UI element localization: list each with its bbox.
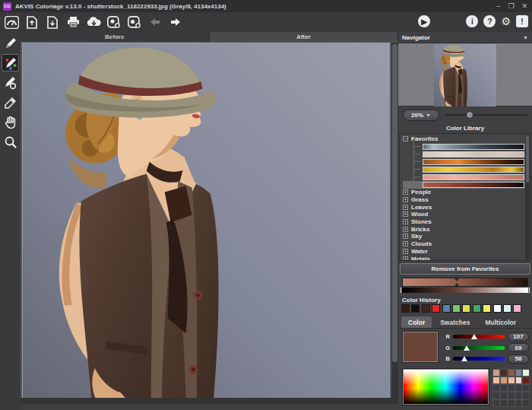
help-icon[interactable]: ? bbox=[483, 15, 496, 27]
close-button[interactable]: ✕ bbox=[521, 2, 527, 10]
image-canvas[interactable] bbox=[21, 42, 398, 404]
blue-value[interactable]: 58 bbox=[508, 354, 529, 364]
history-swatch[interactable] bbox=[483, 304, 491, 313]
favorite-gradient[interactable] bbox=[403, 166, 524, 173]
print-icon[interactable] bbox=[65, 15, 81, 29]
navigator-thumbnail[interactable] bbox=[434, 44, 496, 106]
green-value[interactable]: 69 bbox=[508, 343, 529, 352]
grid-swatch[interactable] bbox=[522, 377, 530, 384]
preferences-gear-icon[interactable]: ⚙ bbox=[501, 15, 511, 27]
save-strokes-icon[interactable] bbox=[127, 15, 142, 29]
grid-swatch-empty[interactable] bbox=[515, 399, 523, 407]
load-strokes-icon[interactable] bbox=[106, 15, 122, 29]
favorite-gradient[interactable] bbox=[403, 151, 524, 158]
eyedropper-tool-icon[interactable] bbox=[2, 94, 19, 111]
grid-swatch[interactable] bbox=[492, 369, 500, 377]
zoom-level-dropdown[interactable]: 20% ▼ bbox=[403, 110, 439, 121]
grid-swatch-empty[interactable] bbox=[500, 384, 508, 392]
expand-icon[interactable]: + bbox=[403, 256, 408, 261]
green-slider[interactable] bbox=[453, 346, 505, 350]
tree-item-bricks[interactable]: +Bricks bbox=[403, 225, 524, 233]
maximize-button[interactable]: ❒ bbox=[508, 2, 514, 10]
gradient-marker-bottom[interactable] bbox=[454, 283, 459, 286]
tree-item-stones[interactable]: +Stones bbox=[403, 218, 524, 226]
grid-swatch-empty[interactable] bbox=[492, 392, 500, 399]
remove-from-favorites-button[interactable]: Remove from Favorites bbox=[400, 263, 530, 275]
workspace-gauge-icon[interactable] bbox=[4, 15, 19, 29]
grid-swatch[interactable] bbox=[515, 369, 523, 377]
grid-swatch-empty[interactable] bbox=[508, 392, 515, 399]
expand-icon[interactable]: + bbox=[403, 189, 408, 195]
expand-icon[interactable]: + bbox=[403, 227, 408, 232]
tree-item-leaves[interactable]: +Leaves bbox=[403, 203, 524, 211]
current-color-swatch[interactable] bbox=[403, 332, 438, 362]
grid-swatch-empty[interactable] bbox=[492, 384, 500, 392]
ramp-right-handle[interactable] bbox=[528, 287, 530, 294]
grid-swatch-empty[interactable] bbox=[500, 399, 508, 407]
tree-item-people[interactable]: +People bbox=[403, 189, 524, 196]
zoom-slider-knob[interactable] bbox=[466, 111, 473, 119]
history-swatch[interactable] bbox=[493, 304, 502, 313]
history-swatch[interactable] bbox=[432, 304, 440, 313]
canvas-horizontal-scrollbar[interactable] bbox=[21, 398, 398, 404]
history-swatch[interactable] bbox=[473, 304, 481, 313]
grid-swatch-empty[interactable] bbox=[522, 384, 530, 392]
history-swatch[interactable] bbox=[513, 304, 521, 313]
share-cloud-icon[interactable] bbox=[86, 15, 101, 29]
grid-swatch[interactable] bbox=[515, 377, 523, 384]
grid-swatch-empty[interactable] bbox=[515, 392, 523, 399]
tree-item-metals[interactable]: +Metals bbox=[403, 255, 524, 261]
tab-multicolor[interactable]: Multicolor bbox=[478, 316, 523, 328]
tab-swatches[interactable]: Swatches bbox=[433, 316, 477, 328]
history-swatch[interactable] bbox=[411, 304, 420, 313]
expand-icon[interactable]: + bbox=[403, 241, 408, 246]
history-swatch[interactable] bbox=[452, 304, 461, 313]
tree-item-water[interactable]: +Water bbox=[403, 248, 524, 256]
canvas-vertical-scrollbar[interactable] bbox=[391, 43, 398, 404]
selected-gradient-preview[interactable] bbox=[400, 278, 530, 294]
redo-icon[interactable] bbox=[168, 15, 183, 29]
favorite-gradient[interactable] bbox=[403, 173, 524, 181]
portrait-photo[interactable] bbox=[22, 43, 390, 404]
grid-swatch-empty[interactable] bbox=[515, 384, 523, 392]
blue-slider[interactable] bbox=[453, 357, 505, 361]
tree-item-favorites[interactable]: − Favorites bbox=[403, 135, 524, 143]
grid-swatch[interactable] bbox=[508, 377, 515, 384]
grid-swatch[interactable] bbox=[492, 377, 500, 384]
tab-color[interactable]: Color bbox=[401, 316, 432, 328]
color-pencil-tool-icon[interactable] bbox=[2, 54, 19, 72]
grid-swatch[interactable] bbox=[522, 369, 530, 377]
history-swatch[interactable] bbox=[503, 304, 511, 313]
minimize-button[interactable]: – bbox=[496, 2, 500, 10]
feedback-icon[interactable]: ! bbox=[516, 15, 528, 27]
red-slider[interactable] bbox=[453, 335, 505, 338]
green-slider-thumb[interactable] bbox=[464, 345, 470, 351]
hand-tool-icon[interactable] bbox=[2, 113, 19, 131]
tree-item-clouds[interactable]: +Clouds bbox=[403, 240, 524, 248]
pencil-tool-icon[interactable] bbox=[2, 34, 19, 52]
grid-swatch[interactable] bbox=[500, 369, 508, 377]
run-button[interactable]: ▶ bbox=[418, 15, 430, 27]
zoom-slider[interactable] bbox=[445, 110, 527, 120]
tree-item-sky[interactable]: +Sky bbox=[403, 233, 524, 240]
history-swatch[interactable] bbox=[462, 304, 470, 313]
ramp-left-handle[interactable] bbox=[400, 287, 402, 294]
keep-color-pencil-tool-icon[interactable] bbox=[2, 74, 19, 91]
grid-swatch-empty[interactable] bbox=[508, 384, 515, 392]
navigator-header[interactable]: Navigator ▼ bbox=[398, 32, 532, 43]
blue-slider-thumb[interactable] bbox=[461, 356, 467, 361]
save-image-icon[interactable] bbox=[45, 15, 60, 29]
open-image-icon[interactable] bbox=[24, 15, 40, 29]
navigator-preview[interactable] bbox=[398, 43, 532, 106]
tree-item-grass[interactable]: +Grass bbox=[403, 196, 524, 204]
favorite-gradient[interactable] bbox=[403, 158, 524, 166]
grid-swatch-empty[interactable] bbox=[492, 399, 500, 407]
red-value[interactable]: 107 bbox=[508, 332, 529, 342]
tree-item-wood[interactable]: +Wood bbox=[403, 211, 524, 218]
tab-after[interactable]: After bbox=[210, 32, 399, 42]
gradient-marker-top[interactable] bbox=[454, 278, 459, 281]
favorite-gradient-selected[interactable] bbox=[403, 181, 524, 189]
expand-icon[interactable]: + bbox=[403, 234, 408, 239]
expand-icon[interactable]: + bbox=[403, 249, 408, 254]
grid-swatch-empty[interactable] bbox=[522, 392, 530, 399]
